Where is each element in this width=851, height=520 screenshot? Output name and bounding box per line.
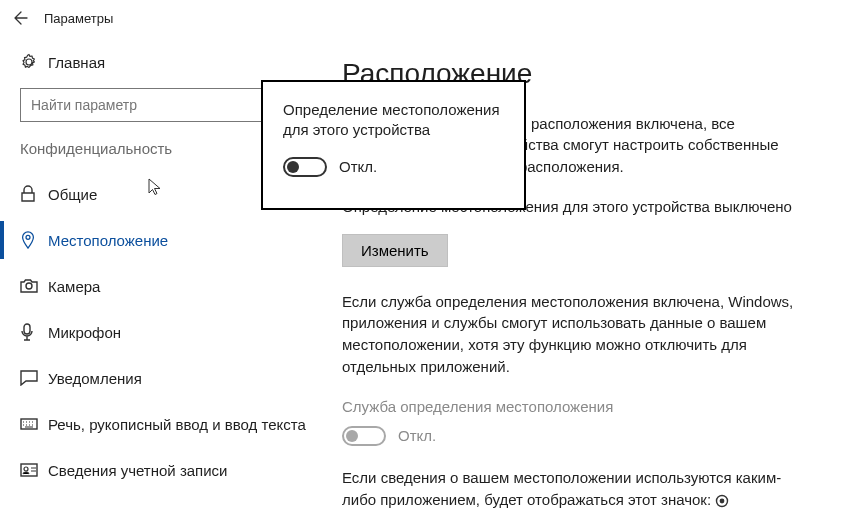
popup-toggle-row: Откл. xyxy=(283,157,504,177)
svg-point-3 xyxy=(24,467,28,471)
location-device-popup: Определение местоположения для этого уст… xyxy=(261,80,526,210)
location-service-label: Служба определения местоположения xyxy=(342,396,823,418)
titlebar: Параметры xyxy=(0,0,851,36)
nav-item-notifications[interactable]: Уведомления xyxy=(20,355,342,401)
nav-label: Уведомления xyxy=(48,370,142,387)
search-input[interactable] xyxy=(20,88,270,122)
location-icon xyxy=(20,231,48,249)
microphone-icon xyxy=(20,323,48,341)
nav-list: Общие Местоположение Камера Микрофон xyxy=(20,171,342,493)
popup-title: Определение местоположения для этого уст… xyxy=(283,100,504,141)
nav-label: Сведения учетной записи xyxy=(48,462,228,479)
nav-item-camera[interactable]: Камера xyxy=(20,263,342,309)
nav-label: Общие xyxy=(48,186,97,203)
back-button[interactable] xyxy=(4,1,38,35)
location-service-toggle-row: Откл. xyxy=(342,425,823,447)
change-button[interactable]: Изменить xyxy=(342,234,448,267)
usage-paragraph: Если сведения о вашем местоположении исп… xyxy=(342,467,812,511)
svg-point-5 xyxy=(720,498,725,503)
nav-label: Микрофон xyxy=(48,324,121,341)
home-link[interactable]: Главная xyxy=(20,40,342,84)
popup-toggle-text: Откл. xyxy=(339,158,377,175)
back-arrow-icon xyxy=(13,10,29,26)
gear-icon xyxy=(20,53,48,71)
camera-icon xyxy=(20,279,48,293)
location-service-toggle-text: Откл. xyxy=(398,425,436,447)
lock-icon xyxy=(20,185,48,203)
nav-label: Камера xyxy=(48,278,100,295)
nav-item-speech[interactable]: Речь, рукописный ввод и ввод текста xyxy=(20,401,342,447)
svg-point-0 xyxy=(26,235,30,239)
nav-item-account[interactable]: Сведения учетной записи xyxy=(20,447,342,493)
id-card-icon xyxy=(20,463,48,477)
keyboard-icon xyxy=(20,418,48,430)
chat-icon xyxy=(20,370,48,386)
nav-label: Местоположение xyxy=(48,232,168,249)
location-service-toggle xyxy=(342,426,386,446)
svg-rect-2 xyxy=(21,464,37,476)
nav-label: Речь, рукописный ввод и ввод текста xyxy=(48,416,306,433)
nav-item-microphone[interactable]: Микрофон xyxy=(20,309,342,355)
popup-location-toggle[interactable] xyxy=(283,157,327,177)
app-title: Параметры xyxy=(44,11,113,26)
home-label: Главная xyxy=(48,54,105,71)
location-indicator-icon xyxy=(715,494,729,508)
service-description: Если служба определения местоположения в… xyxy=(342,291,812,378)
nav-item-location[interactable]: Местоположение xyxy=(20,217,342,263)
